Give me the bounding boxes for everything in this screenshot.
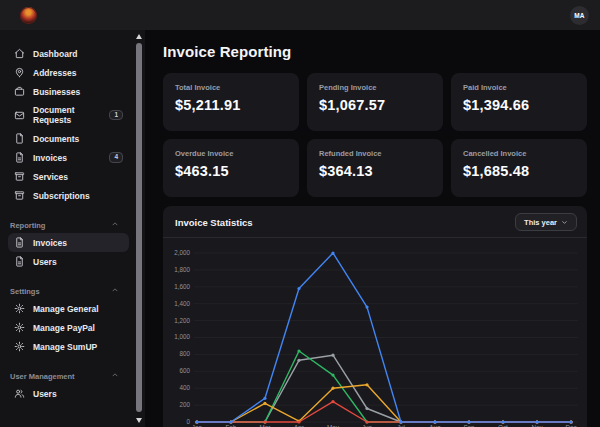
gear-icon xyxy=(14,322,25,333)
file-text-icon xyxy=(14,256,25,267)
svg-text:1,400: 1,400 xyxy=(174,300,190,307)
sidebar-item-manage-general[interactable]: Manage General xyxy=(8,299,129,318)
app-body: DashboardAddressesBusinessesDocument Req… xyxy=(0,30,600,427)
stat-card-value: $1,067.57 xyxy=(319,97,431,113)
users-icon xyxy=(14,388,25,399)
sidebar-item-label: Subscriptions xyxy=(33,191,90,201)
sidebar-item-users[interactable]: Users xyxy=(8,384,129,403)
stat-card-value: $364.13 xyxy=(319,163,431,179)
svg-text:200: 200 xyxy=(179,401,190,408)
sidebar-item-label: Document Requests xyxy=(33,105,101,125)
sidebar-item-manage-sumup[interactable]: Manage SumUP xyxy=(8,337,129,356)
main-content: Invoice Reporting Total Invoice$5,211.91… xyxy=(145,30,600,427)
chevron-up-icon xyxy=(111,371,119,381)
svg-text:400: 400 xyxy=(179,384,190,391)
section-label: Settings xyxy=(10,287,40,296)
stat-card-value: $1,685.48 xyxy=(463,163,575,179)
home-icon xyxy=(14,48,25,59)
svg-text:600: 600 xyxy=(179,367,190,374)
chevron-down-icon xyxy=(561,219,568,226)
year-filter-label: This year xyxy=(524,218,557,227)
gear-icon xyxy=(14,341,25,352)
sidebar-item-manage-paypal[interactable]: Manage PayPal xyxy=(8,318,129,337)
sidebar-item-addresses[interactable]: Addresses xyxy=(8,63,129,82)
stat-card-label: Total Invoice xyxy=(175,83,287,92)
invoice-statistics-panel: Invoice Statistics This year 02004006008… xyxy=(163,206,587,427)
stat-card-label: Cancelled Invoice xyxy=(463,149,575,158)
sidebar-nav: DashboardAddressesBusinessesDocument Req… xyxy=(0,44,145,403)
sidebar-item-invoices[interactable]: Invoices4 xyxy=(8,148,129,167)
sidebar-item-label: Manage General xyxy=(33,304,99,314)
svg-text:1,800: 1,800 xyxy=(174,266,190,273)
sidebar-section-user-management[interactable]: User Management xyxy=(10,371,119,381)
panel-title: Invoice Statistics xyxy=(175,217,253,228)
briefcase-icon xyxy=(14,86,25,97)
chevron-up-icon xyxy=(111,220,119,230)
sidebar-item-services[interactable]: Services xyxy=(8,167,129,186)
sidebar-item-subscriptions[interactable]: Subscriptions xyxy=(8,186,129,205)
chevron-up-icon xyxy=(111,286,119,296)
file-text-icon xyxy=(14,237,25,248)
svg-text:2,000: 2,000 xyxy=(174,249,190,256)
scroll-up-icon[interactable] xyxy=(136,34,142,39)
sidebar-item-dashboard[interactable]: Dashboard xyxy=(8,44,129,63)
sidebar-item-label: Addresses xyxy=(33,68,76,78)
year-filter-button[interactable]: This year xyxy=(515,213,577,231)
scrollbar-thumb[interactable] xyxy=(136,43,142,412)
sidebar: DashboardAddressesBusinessesDocument Req… xyxy=(0,30,145,427)
sidebar-item-label: Users xyxy=(33,389,57,399)
sidebar-item-label: Documents xyxy=(33,134,79,144)
mail-icon xyxy=(14,110,25,121)
sidebar-section-reporting[interactable]: Reporting xyxy=(10,220,119,230)
svg-text:800: 800 xyxy=(179,350,190,357)
sidebar-item-label: Users xyxy=(33,257,57,267)
stat-card-value: $463.15 xyxy=(175,163,287,179)
count-badge: 4 xyxy=(109,152,123,163)
brand-logo-icon[interactable] xyxy=(20,7,37,24)
sidebar-item-label: Manage SumUP xyxy=(33,342,97,352)
user-avatar[interactable]: MA xyxy=(570,6,589,25)
sidebar-scrollbar[interactable] xyxy=(135,33,143,424)
stat-card-label: Overdue Invoice xyxy=(175,149,287,158)
sidebar-item-label: Invoices xyxy=(33,238,67,248)
stat-card-value: $1,394.66 xyxy=(463,97,575,113)
svg-text:1,200: 1,200 xyxy=(174,317,190,324)
sidebar-item-invoices[interactable]: Invoices xyxy=(8,233,129,252)
map-pin-icon xyxy=(14,67,25,78)
section-label: User Management xyxy=(10,372,75,381)
sidebar-item-label: Manage PayPal xyxy=(33,323,95,333)
sidebar-item-document-requests[interactable]: Document Requests1 xyxy=(8,101,129,129)
stat-card-label: Refunded Invoice xyxy=(319,149,431,158)
scroll-down-icon[interactable] xyxy=(136,418,142,423)
svg-text:0: 0 xyxy=(186,418,190,425)
svg-text:1,600: 1,600 xyxy=(174,283,190,290)
sidebar-item-businesses[interactable]: Businesses xyxy=(8,82,129,101)
panel-header: Invoice Statistics This year xyxy=(163,206,587,238)
svg-text:1,000: 1,000 xyxy=(174,333,190,340)
gear-icon xyxy=(14,303,25,314)
section-label: Reporting xyxy=(10,221,45,230)
archive-icon xyxy=(14,171,25,182)
sidebar-item-label: Businesses xyxy=(33,87,80,97)
sidebar-item-documents[interactable]: Documents xyxy=(8,129,129,148)
stat-card-label: Pending Invoice xyxy=(319,83,431,92)
stat-card-pending-invoice: Pending Invoice$1,067.57 xyxy=(307,73,443,131)
stat-card-value: $5,211.91 xyxy=(175,97,287,113)
sidebar-item-label: Services xyxy=(33,172,68,182)
stat-card-total-invoice: Total Invoice$5,211.91 xyxy=(163,73,299,131)
stat-card-label: Paid Invoice xyxy=(463,83,575,92)
stat-card-refunded-invoice: Refunded Invoice$364.13 xyxy=(307,139,443,197)
topbar: MA xyxy=(0,0,600,30)
stat-card-paid-invoice: Paid Invoice$1,394.66 xyxy=(451,73,587,131)
sidebar-section-settings[interactable]: Settings xyxy=(10,286,119,296)
stat-card-cancelled-invoice: Cancelled Invoice$1,685.48 xyxy=(451,139,587,197)
count-badge: 1 xyxy=(109,110,123,121)
invoice-statistics-chart: 02004006008001,0001,2001,4001,6001,8002,… xyxy=(163,238,587,427)
series-yellow-line xyxy=(197,385,571,422)
stat-cards: Total Invoice$5,211.91Pending Invoice$1,… xyxy=(163,73,587,197)
stat-card-overdue-invoice: Overdue Invoice$463.15 xyxy=(163,139,299,197)
sidebar-item-label: Dashboard xyxy=(33,49,77,59)
sidebar-item-users[interactable]: Users xyxy=(8,252,129,271)
file-text-icon xyxy=(14,152,25,163)
file-icon xyxy=(14,133,25,144)
